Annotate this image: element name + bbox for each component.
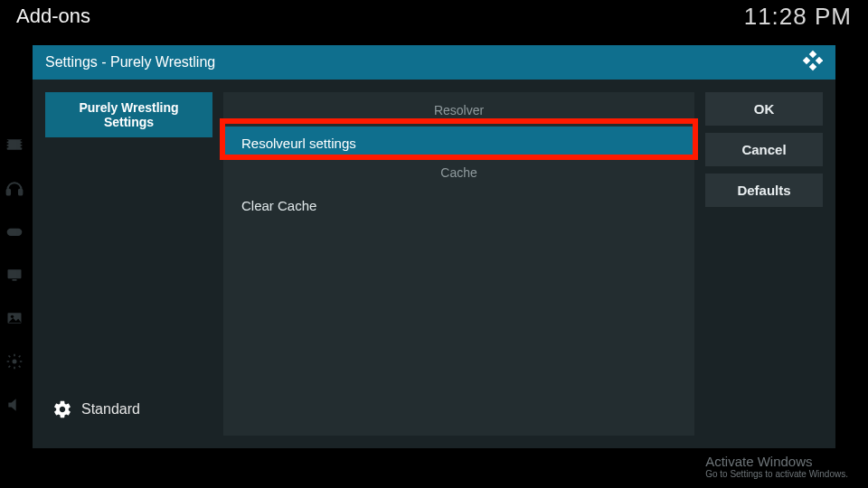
defaults-button[interactable]: Defaults <box>705 174 823 207</box>
svg-rect-15 <box>809 51 816 58</box>
tv-icon[interactable] <box>5 266 24 284</box>
dialog-body: Purely Wrestling Settings Standard Resol… <box>33 80 835 448</box>
svg-rect-9 <box>7 229 23 236</box>
svg-rect-8 <box>19 190 22 195</box>
kodi-logo-icon <box>801 50 823 75</box>
category-purely-wrestling-settings[interactable]: Purely Wrestling Settings <box>45 92 212 137</box>
watermark-line2: Go to Settings to activate Windows. <box>705 469 848 479</box>
games-icon[interactable] <box>5 222 24 240</box>
svg-rect-4 <box>21 140 24 142</box>
top-bar: Add-ons 11:28 PM <box>0 0 868 33</box>
settings-content: Resolver Resolveurl settings Cache Clear… <box>223 92 694 436</box>
dialog-title: Settings - Purely Wrestling <box>45 54 215 70</box>
photos-icon[interactable] <box>5 309 24 327</box>
svg-rect-2 <box>6 143 8 145</box>
svg-rect-10 <box>8 269 22 278</box>
svg-rect-17 <box>816 57 823 64</box>
entry-resolveurl-settings[interactable]: Resolveurl settings <box>223 127 694 160</box>
svg-rect-3 <box>6 146 8 148</box>
windows-watermark: Activate Windows Go to Settings to activ… <box>705 454 848 479</box>
music-icon[interactable] <box>5 179 24 197</box>
section-header-cache: Cache <box>223 160 694 189</box>
category-panel: Purely Wrestling Settings Standard <box>45 92 212 436</box>
side-rail <box>0 136 29 414</box>
action-panel: OK Cancel Defaults <box>705 92 823 436</box>
page-title: Add-ons <box>16 5 90 28</box>
settings-level-label: Standard <box>81 401 140 418</box>
svg-rect-11 <box>13 279 17 281</box>
entry-clear-cache[interactable]: Clear Cache <box>223 189 694 222</box>
clock: 11:28 PM <box>744 3 852 31</box>
svg-rect-0 <box>7 139 23 150</box>
svg-rect-18 <box>809 63 816 70</box>
cancel-button[interactable]: Cancel <box>705 133 823 166</box>
gear-icon <box>52 399 72 419</box>
settings-level-toggle[interactable]: Standard <box>45 394 212 436</box>
svg-point-13 <box>11 315 14 318</box>
audio-icon[interactable] <box>5 396 24 414</box>
settings-dialog: Settings - Purely Wrestling Purely Wrest… <box>33 45 835 448</box>
settings-rail-icon[interactable] <box>5 352 24 371</box>
svg-rect-6 <box>21 146 24 148</box>
ok-button[interactable]: OK <box>705 92 823 126</box>
svg-point-14 <box>13 360 17 364</box>
watermark-line1: Activate Windows <box>705 454 848 469</box>
svg-rect-1 <box>6 140 8 142</box>
section-header-resolver: Resolver <box>223 98 694 127</box>
svg-rect-7 <box>7 190 10 195</box>
dialog-header: Settings - Purely Wrestling <box>33 45 835 80</box>
svg-rect-5 <box>21 143 24 145</box>
movies-icon[interactable] <box>5 136 24 154</box>
svg-rect-16 <box>803 57 810 64</box>
